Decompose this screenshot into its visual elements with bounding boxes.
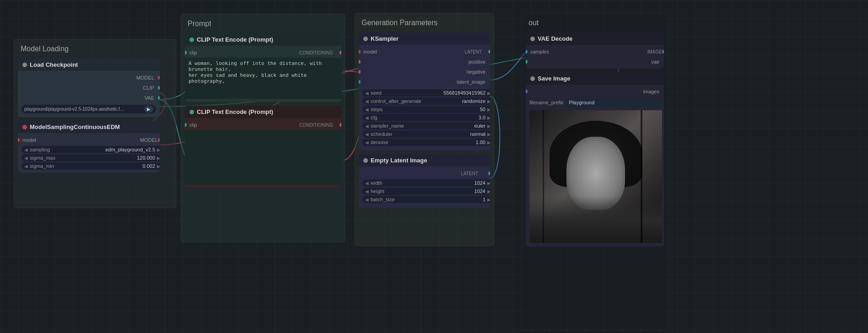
sigma-max-label: sigma_max — [30, 155, 137, 161]
width-arrow-left[interactable]: ◀ — [365, 181, 369, 186]
sampler-arrow-left[interactable]: ◀ — [365, 124, 369, 129]
out-group: out VAE Decode samples IMAGE vae Save Im… — [522, 13, 668, 331]
denoise-arrow-left[interactable]: ◀ — [365, 140, 369, 145]
model-output-port: MODEL — [18, 73, 160, 83]
model-sampling-model-input: model MODEL — [18, 135, 160, 145]
sigma-max-arrow-left[interactable]: ◀ — [24, 156, 28, 161]
clip-neg-conditioning-dot — [340, 123, 341, 127]
sigma-min-param[interactable]: ◀ sigma_min 0.002 ▶ — [22, 162, 160, 170]
height-arrow-right[interactable]: ▶ — [487, 189, 490, 194]
save-image-prefix-row: filename_prefix — [526, 97, 664, 108]
prompt-title: Prompt — [185, 18, 341, 30]
control-label: control_after_generate — [371, 98, 462, 104]
seed-value: 556818493415962 — [443, 90, 485, 96]
clip-prompt-body: clip CONDITIONING A woman, looking off i… — [185, 46, 341, 102]
seed-arrow-right[interactable]: ▶ — [487, 91, 490, 96]
clip-prompt-textarea[interactable]: A woman, looking off into the distance, … — [185, 58, 341, 99]
sigma-min-arrow-right[interactable]: ▶ — [157, 164, 160, 169]
ksampler-cfg-param[interactable]: ◀ cfg 3.0 ▶ — [362, 114, 490, 121]
latent-width-param[interactable]: ◀ width 1024 ▶ — [362, 179, 490, 187]
sampling-arrow-right[interactable]: ▶ — [157, 147, 160, 152]
sampling-label: sampling — [30, 147, 105, 152]
gen-params-title: Generation Parameters — [359, 17, 490, 29]
save-image-body: images filename_prefix — [526, 85, 664, 247]
ksampler-latent-input-dot — [359, 80, 361, 84]
ksampler-positive-port: positive — [359, 57, 490, 67]
sigma-min-arrow-left[interactable]: ◀ — [24, 164, 28, 169]
batch-label: batch_size — [371, 197, 483, 202]
cfg-arrow-left[interactable]: ◀ — [365, 115, 369, 120]
ksampler-model-label: model — [363, 49, 377, 54]
sigma-max-param[interactable]: ◀ sigma_max 120.000 ▶ — [22, 154, 160, 161]
checkpoint-load-btn[interactable]: ▶ — [144, 106, 153, 113]
seed-arrow-left[interactable]: ◀ — [365, 91, 369, 96]
clip-neg-clip-dot — [185, 123, 187, 127]
generated-image-preview — [529, 110, 662, 243]
denoise-arrow-right[interactable]: ▶ — [487, 140, 490, 145]
steps-arrow-right[interactable]: ▶ — [487, 107, 490, 112]
width-arrow-right[interactable]: ▶ — [487, 181, 490, 186]
vae-decode-image-label: IMAGE — [647, 49, 662, 54]
model-sampling-dot — [22, 125, 27, 129]
ksampler-body: model LATENT positive negative latent_im… — [359, 45, 490, 150]
ksampler-steps-param[interactable]: ◀ steps 50 ▶ — [362, 106, 490, 113]
checkpoint-file-row[interactable]: playground/playground-v2.5-1024px-aesthe… — [22, 105, 156, 113]
model-output-label: MODEL — [136, 75, 154, 81]
cfg-arrow-right[interactable]: ▶ — [487, 115, 490, 120]
checkpoint-filename: playground/playground-v2.5-1024px-aesthe… — [24, 107, 125, 112]
latent-batch-param[interactable]: ◀ batch_size 1 ▶ — [362, 196, 490, 203]
scheduler-value: normal — [470, 131, 485, 137]
clip-prompt-dot — [189, 38, 194, 42]
ksampler-negative-port: negative — [359, 67, 490, 77]
sampler-name-value: euler — [474, 123, 485, 129]
height-label: height — [371, 188, 474, 194]
model-output-dot — [158, 76, 160, 80]
ksampler-seed-param[interactable]: ◀ seed 556818493415962 ▶ — [362, 89, 490, 97]
sampling-param[interactable]: ◀ sampling edm_playground_v2.5 ▶ — [22, 146, 160, 153]
clip-output-label: CLIP — [143, 85, 154, 91]
empty-latent-title: Empty Latent Image — [371, 157, 427, 164]
filename-prefix-label: filename_prefix — [529, 100, 564, 105]
clip-prompt-header: CLIP Text Encode (Prompt) — [185, 33, 341, 46]
sampler-arrow-right[interactable]: ▶ — [487, 124, 490, 129]
sampling-arrow-left[interactable]: ◀ — [24, 147, 28, 152]
ksampler-latent-label: LATENT — [464, 49, 488, 54]
steps-label: steps — [371, 107, 480, 112]
batch-arrow-left[interactable]: ◀ — [365, 197, 369, 202]
scheduler-arrow-left[interactable]: ◀ — [365, 132, 369, 137]
latent-height-param[interactable]: ◀ height 1024 ▶ — [362, 188, 490, 195]
clip-output-port: CLIP — [18, 83, 160, 93]
filename-prefix-input[interactable] — [566, 98, 660, 107]
steps-arrow-left[interactable]: ◀ — [365, 107, 369, 112]
ksampler-positive-label: positive — [469, 59, 485, 64]
vae-decode-image-dot — [662, 50, 664, 54]
clip-prompt-title: CLIP Text Encode (Prompt) — [197, 36, 273, 43]
model-sampling-node: ModelSamplingContinuousEDM model MODEL ◀… — [18, 121, 160, 172]
height-arrow-left[interactable]: ◀ — [365, 189, 369, 194]
scheduler-arrow-right[interactable]: ▶ — [487, 132, 490, 137]
control-arrow-right[interactable]: ▶ — [487, 99, 490, 104]
model-sampling-header: ModelSamplingContinuousEDM — [18, 121, 160, 133]
model-sampling-output-dot — [158, 138, 160, 142]
ksampler-scheduler-param[interactable]: ◀ scheduler normal ▶ — [362, 130, 490, 138]
sigma-max-arrow-right[interactable]: ▶ — [157, 156, 160, 161]
save-image-images-label: images — [643, 89, 659, 94]
batch-arrow-right[interactable]: ▶ — [487, 197, 490, 202]
ksampler-sampler-param[interactable]: ◀ sampler_name euler ▶ — [362, 122, 490, 129]
vae-decode-header: VAE Decode — [526, 32, 664, 45]
ksampler-denoise-param[interactable]: ◀ denoise 1.00 ▶ — [362, 139, 490, 146]
clip-output-dot — [158, 86, 160, 90]
ksampler-title: KSampler — [371, 35, 399, 42]
control-arrow-left[interactable]: ◀ — [365, 99, 369, 104]
vae-decode-vae-dot — [526, 60, 528, 64]
vae-decode-dot — [530, 37, 535, 41]
empty-latent-dot — [363, 158, 368, 163]
clip-neg-body: clip CONDITIONING — [185, 118, 341, 188]
clip-neg-textarea[interactable] — [185, 130, 341, 185]
vae-decode-samples-label: samples — [530, 49, 549, 54]
width-value: 1024 — [474, 180, 485, 186]
model-input-label: model — [22, 137, 36, 143]
denoise-label: denoise — [371, 140, 476, 145]
ksampler-latent-dot — [488, 50, 490, 54]
ksampler-control-param[interactable]: ◀ control_after_generate randomize ▶ — [362, 97, 490, 105]
